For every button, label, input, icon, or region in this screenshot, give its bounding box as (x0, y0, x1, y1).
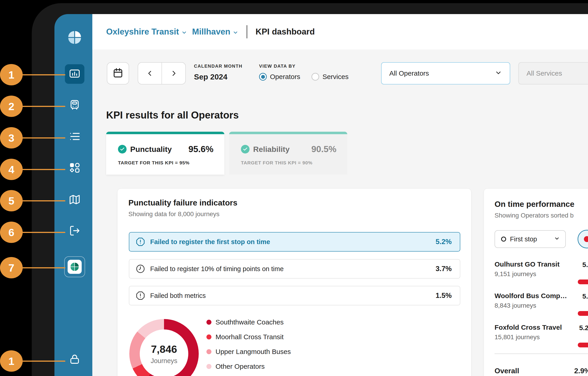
callout-badge-4: 4 (0, 159, 23, 180)
check-circle-icon (241, 145, 250, 154)
view-data-by-group: VIEW DATA BY Operators Services (259, 64, 348, 81)
tab-target: TARGET FOR THIS KPI = 90% (241, 160, 336, 166)
failure-row-both-metrics[interactable]: Failed both metrics 1.5% (129, 286, 460, 305)
callout-badge-2: 2 (0, 96, 23, 117)
services-radio-label: Services (322, 73, 348, 81)
chevron-down-icon (495, 69, 502, 78)
calendar-month-group: CALENDAR MONTH Sep 2024 (194, 64, 242, 81)
sidebar-item-kpi-dashboard[interactable] (65, 64, 84, 84)
callout-line (21, 200, 65, 201)
failure-indicators-card: Punctuality failure indicators Showing d… (117, 188, 471, 376)
journeys-donut: 7,846 Journeys (129, 319, 199, 376)
next-month-button[interactable] (162, 63, 185, 84)
chevron-down-icon (232, 30, 238, 35)
services-radio[interactable] (312, 73, 319, 81)
sort-by-select[interactable]: First stop (494, 230, 566, 248)
card-subtitle: Showing data for 8,000 journeys (128, 210, 237, 218)
partner-app-icon (68, 260, 82, 274)
donut-center-label: Journeys (151, 357, 177, 365)
sidebar-item-partner-app[interactable] (64, 256, 85, 277)
app-logo-icon[interactable] (67, 30, 82, 45)
operator-name[interactable]: Foxfold Cross Travel (494, 323, 562, 331)
failure-row-first-stop[interactable]: Failed to register the first stop on tim… (129, 232, 460, 252)
legend-item: Other Operators (206, 362, 291, 371)
shapes-grid-icon (69, 162, 81, 175)
stop-circle-icon (500, 236, 507, 242)
callout-badge-6: 6 (0, 221, 23, 243)
card-title: On time performance (494, 199, 574, 209)
tab-accent-bar (229, 132, 347, 134)
failure-row-timing-points[interactable]: Failed to register 10% of timing points … (129, 259, 460, 279)
sidebar-item-vehicles[interactable] (65, 96, 84, 115)
sidebar-item-sign-out[interactable] (65, 221, 84, 241)
area-dropdown-label: Millhaven (192, 27, 231, 37)
chart-panel-icon (69, 67, 81, 81)
sidebar-item-apps[interactable] (65, 158, 84, 178)
metric-toggle-chip[interactable] (578, 230, 588, 248)
legend-item: Upper Langmouth Buses (206, 347, 291, 357)
failure-row-label: Failed to register 10% of timing points … (150, 265, 284, 273)
operator-dropdown-label: Oxleyshire Transit (106, 27, 179, 37)
failure-row-label: Failed both metrics (150, 292, 206, 299)
operator-bar (578, 279, 588, 284)
operators-radio[interactable] (259, 73, 267, 81)
on-time-performance-card: On time performance Showing Operators so… (484, 188, 588, 376)
breadcrumb: Oxleyshire Transit Millhaven KPI dashboa… (106, 14, 315, 49)
all-operators-select[interactable]: All Operators (381, 62, 510, 84)
area-dropdown[interactable]: Millhaven (192, 27, 239, 37)
operator-bar (578, 311, 588, 316)
calendar-month-value: Sep 2024 (194, 72, 242, 81)
sign-out-icon (69, 225, 81, 238)
sort-by-select-value: First stop (510, 235, 537, 243)
operators-radio-label: Operators (270, 73, 300, 81)
sidebar-item-map[interactable] (65, 190, 84, 210)
divider (494, 354, 588, 354)
callout-badge-7: 7 (0, 257, 23, 278)
sidebar-item-lock[interactable] (65, 350, 84, 369)
callout-badge-1: 1 (0, 64, 23, 85)
clock-icon (136, 264, 145, 274)
sidebar-item-services-list[interactable] (65, 127, 84, 147)
operator-name[interactable]: Oulhurst GO Transit (494, 260, 560, 268)
tab-accent-bar (106, 132, 224, 134)
callout-line (21, 267, 65, 268)
operator-pct: 5. (582, 292, 588, 300)
legend-label: Moorhall Cross Transit (216, 333, 284, 341)
callout-line (21, 74, 65, 75)
octagon-alert-icon (136, 291, 145, 300)
failure-row-label: Failed to register the first stop on tim… (150, 238, 270, 246)
tab-label: Reliability (253, 145, 290, 154)
operator-pct: 5.2 (579, 324, 588, 332)
chevron-left-icon (146, 69, 154, 77)
operator-journeys: 15,801 journeys (494, 333, 540, 341)
operator-dropdown[interactable]: Oxleyshire Transit (106, 27, 187, 37)
tab-target: TARGET FOR THIS KPI = 95% (118, 160, 213, 166)
all-services-select-value: All Services (526, 69, 562, 77)
tab-label: Punctuality (130, 145, 172, 154)
tab-value: 90.5% (311, 144, 336, 154)
tab-reliability[interactable]: Reliability 90.5% TARGET FOR THIS KPI = … (229, 132, 347, 175)
card-subtitle: Showing Operators sorted b (494, 212, 574, 219)
operator-journeys: 8,843 journeys (494, 302, 536, 309)
list-icon (69, 130, 81, 144)
callout-line (21, 106, 65, 107)
donut-legend: Souththwaite Coaches Moorhall Cross Tran… (206, 317, 291, 371)
tab-punctuality[interactable]: Punctuality 95.6% TARGET FOR THIS KPI = … (106, 132, 224, 175)
page-title: KPI dashboard (255, 27, 315, 37)
legend-dot (206, 334, 211, 339)
calendar-month-label: CALENDAR MONTH (194, 64, 242, 69)
callout-badge-3: 3 (0, 127, 23, 148)
breadcrumb-divider (247, 25, 247, 38)
legend-dot (206, 320, 211, 325)
operator-pct: 5. (582, 261, 588, 269)
failure-row-value: 3.7% (436, 265, 452, 273)
operator-name[interactable]: Woolford Bus Comp… (494, 292, 567, 300)
calendar-button[interactable] (107, 62, 129, 84)
all-services-select[interactable]: All Services (518, 62, 588, 84)
legend-dot (206, 364, 211, 369)
overall-label: Overall (494, 367, 519, 375)
lock-icon (69, 353, 81, 366)
previous-month-button[interactable] (138, 63, 162, 84)
check-circle-icon (118, 145, 126, 154)
legend-dot (206, 349, 211, 354)
